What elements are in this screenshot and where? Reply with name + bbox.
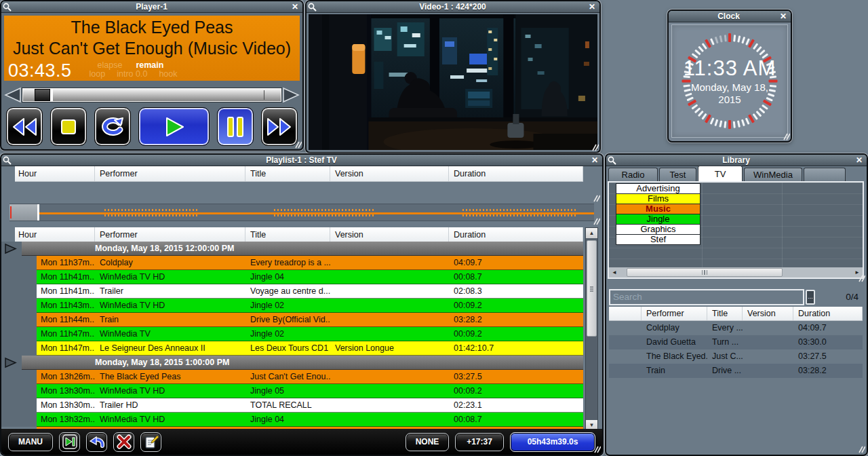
column-header-performer[interactable]: Performer [95, 227, 245, 242]
track-row-cells[interactable]: Mon 11h47m... Le Seigneur Des Anneaux II… [37, 341, 583, 356]
seek-back-arrow[interactable] [3, 87, 22, 103]
properties-button[interactable] [140, 432, 161, 452]
column-header-performer[interactable]: Performer [642, 307, 707, 320]
playlist-row[interactable]: Mon 13h32m... WinMedia TV HD Jingle 04 0… [1, 413, 583, 427]
library-row[interactable]: Coldplay Every ... 04:09.7 [609, 321, 863, 335]
splitter-grip[interactable] [857, 274, 865, 282]
playlist-row[interactable]: Mon 11h41m... Trailer Voyage au centre d… [1, 284, 583, 299]
library-tab[interactable]: WinMedia [744, 168, 802, 181]
rewind-button[interactable] [6, 107, 43, 146]
library-tab[interactable]: Test [659, 168, 696, 181]
hook-label[interactable]: hook [159, 70, 177, 79]
resize-grip[interactable] [593, 445, 601, 453]
category-cell[interactable]: Graphics [616, 224, 701, 235]
scroll-up-arrow[interactable]: ▲ [586, 228, 597, 238]
none-mode-button[interactable]: NONE [406, 433, 449, 451]
playlist-row[interactable]: Mon 11h47m... Le Seigneur Des Anneaux II… [1, 341, 583, 356]
manu-mode-button[interactable]: MANU [8, 433, 53, 451]
resize-grip[interactable] [294, 140, 302, 149]
play-button[interactable] [138, 107, 210, 146]
delete-button[interactable] [113, 432, 134, 452]
playlist-row[interactable]: Mon 13h30m... WinMedia TV HD Jingle 05 0… [1, 384, 583, 398]
seek-thumb[interactable] [35, 89, 53, 101]
resize-grip[interactable] [857, 445, 865, 453]
column-header-version[interactable]: Version [330, 166, 449, 181]
library-tab[interactable]: TV [698, 166, 743, 181]
close-icon[interactable]: ✕ [778, 12, 789, 21]
fast-forward-button[interactable] [261, 107, 298, 146]
close-icon[interactable]: ✕ [854, 155, 865, 165]
intro-label[interactable]: intro 0.0 [117, 70, 147, 79]
group-play-arrow-icon[interactable] [4, 243, 18, 254]
column-header-duration[interactable]: Duration [449, 227, 583, 242]
playlist-vertical-scrollbar[interactable]: ▲ ▼ [585, 227, 598, 431]
resize-grip[interactable] [591, 143, 599, 151]
playlist-row[interactable]: Mon 11h43m... WinMedia TV HD Jingle 02 0… [1, 299, 583, 313]
group-header-row[interactable]: Monday, May 18, 2015 12:00:00 PM [22, 242, 583, 256]
playlist-row[interactable]: Mon 11h47m... WinMedia TV Jingle 02 00:0… [1, 327, 583, 341]
library-tab[interactable] [804, 168, 846, 181]
track-row-cells[interactable]: Mon 13h30m... WinMedia TV HD Jingle 05 0… [37, 384, 583, 398]
seek-track[interactable] [22, 88, 281, 102]
offset-time-button[interactable]: +17:37 [455, 433, 504, 451]
loop-label[interactable]: loop [90, 70, 106, 79]
magnifier-icon[interactable] [308, 3, 319, 12]
column-header-hour[interactable]: Hour [15, 166, 95, 181]
column-header-duration[interactable]: Duration [449, 166, 583, 181]
track-row-cells[interactable]: Mon 11h47m... WinMedia TV Jingle 02 00:0… [37, 327, 583, 341]
loop-button[interactable] [94, 107, 131, 146]
category-cell[interactable]: Advertising [616, 183, 701, 194]
track-row-cells[interactable]: Mon 13h30m... Trailer HD TOTAL RECALL 02… [37, 398, 583, 413]
category-cell[interactable]: Jingle [616, 214, 701, 225]
playlist-row[interactable]: Mon 11h41m... WinMedia TV HD Jingle 04 0… [1, 270, 583, 284]
splitter-grip[interactable] [592, 194, 600, 202]
resize-grip[interactable] [782, 132, 790, 140]
magnifier-icon[interactable] [608, 156, 618, 165]
category-cell[interactable]: Films [616, 193, 701, 204]
library-row[interactable]: Train Drive ... 03:28.2 [609, 364, 863, 378]
playlist-row[interactable]: Mon 11h37m... Coldplay Every treadrop is… [1, 256, 583, 270]
close-icon[interactable]: ✕ [589, 155, 600, 165]
seek-forward-arrow[interactable] [282, 87, 300, 103]
close-icon[interactable]: ✕ [290, 2, 300, 12]
track-row-cells[interactable]: Mon 11h44m... Train Drive By(Official Vi… [37, 313, 583, 327]
stop-button[interactable] [50, 107, 87, 146]
playlist-row[interactable]: Monday, May 18, 2015 1:00:00 PM [1, 356, 583, 370]
total-duration-button[interactable]: 05h43m39.0s [510, 432, 595, 452]
column-header-title[interactable]: Title [707, 307, 743, 320]
playlist-row[interactable]: Mon 13h26m... The Black Eyed Peas Just C… [1, 370, 583, 384]
splitter-grip[interactable] [592, 217, 600, 225]
column-header-version[interactable]: Version [743, 307, 793, 320]
column-header-title[interactable]: Title [245, 227, 330, 242]
track-row-cells[interactable]: Mon 11h37m... Coldplay Every treadrop is… [37, 256, 583, 270]
play-next-button[interactable] [59, 432, 80, 452]
group-play-arrow-icon[interactable] [4, 357, 18, 368]
search-input[interactable] [609, 289, 804, 305]
library-tab[interactable]: Radio [608, 168, 658, 181]
timeline-viewport-box[interactable] [9, 204, 39, 221]
column-header-title[interactable]: Title [245, 166, 330, 181]
playlist-row[interactable]: Monday, May 18, 2015 12:00:00 PM [1, 242, 583, 256]
timeline-strip[interactable] [9, 204, 594, 221]
column-header-duration[interactable]: Duration [793, 307, 863, 320]
scroll-left-arrow[interactable]: ◄ [609, 267, 620, 278]
library-horizontal-scrollbar[interactable]: ◄ ► [609, 267, 863, 278]
column-header-version[interactable]: Version [330, 227, 449, 242]
scrollbar-track[interactable] [620, 267, 852, 278]
playlist-row[interactable]: Mon 11h44m... Train Drive By(Official Vi… [1, 313, 583, 327]
pause-button[interactable] [217, 107, 254, 146]
track-row-cells[interactable]: Mon 11h41m... WinMedia TV HD Jingle 04 0… [37, 270, 583, 284]
library-row[interactable]: David Guetta Turn ... 03:30.0 [609, 335, 863, 349]
category-cell[interactable]: Stef [616, 234, 701, 245]
column-header-hour[interactable]: Hour [15, 227, 95, 242]
column-header-blank[interactable] [609, 307, 642, 320]
library-row[interactable]: The Black Eyed... Just C... 03:27.5 [609, 349, 863, 364]
group-header-row[interactable]: Monday, May 18, 2015 1:00:00 PM [22, 356, 583, 370]
track-row-cells[interactable]: Mon 13h26m... The Black Eyed Peas Just C… [37, 370, 583, 384]
track-row-cells[interactable]: Mon 13h32m... WinMedia TV HD Jingle 04 0… [37, 413, 583, 427]
track-row-cells[interactable]: Mon 11h41m... Trailer Voyage au centre d… [37, 284, 583, 299]
browse-button[interactable]: ... [806, 290, 815, 305]
category-cell[interactable]: Music [616, 204, 701, 214]
scrollbar-thumb[interactable] [587, 240, 597, 337]
playlist-row[interactable]: Mon 13h30m... Trailer HD TOTAL RECALL 02… [1, 398, 583, 413]
